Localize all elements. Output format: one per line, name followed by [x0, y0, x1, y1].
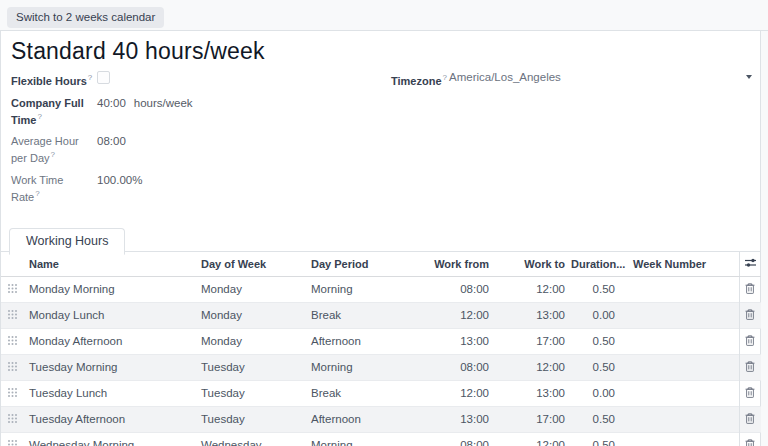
cell-day-of-week[interactable]: Monday [193, 328, 303, 354]
column-header-day-of-week[interactable]: Day of Week [193, 252, 303, 277]
cell-duration[interactable]: 0.50 [567, 354, 617, 380]
delete-row-button[interactable] [744, 360, 756, 373]
cell-week-number[interactable] [617, 432, 739, 446]
flexible-hours-label: Flexible Hours? [11, 71, 93, 88]
row-drag-handle[interactable] [1, 302, 21, 328]
cell-name[interactable]: Monday Afternoon [21, 328, 193, 354]
column-header-name[interactable]: Name [21, 252, 193, 277]
cell-day-of-week[interactable]: Monday [193, 276, 303, 302]
cell-duration[interactable]: 0.00 [567, 380, 617, 406]
field-average-hour-per-day: Average Hour per Day? 08:00 [1, 135, 381, 165]
trash-icon [744, 412, 756, 425]
table-row[interactable]: Monday LunchMondayBreak12:0013:000.00 [1, 302, 761, 328]
tab-working-hours[interactable]: Working Hours [9, 228, 125, 255]
cell-day-of-week[interactable]: Tuesday [193, 354, 303, 380]
cell-work-to[interactable]: 12:00 [491, 432, 567, 446]
table-row[interactable]: Monday MorningMondayMorning08:0012:000.5… [1, 276, 761, 302]
delete-row-button[interactable] [744, 282, 756, 295]
cell-work-from[interactable]: 08:00 [423, 432, 491, 446]
column-header-duration[interactable]: Duration... [567, 252, 617, 277]
cell-duration[interactable]: 0.50 [567, 276, 617, 302]
cell-day-period[interactable]: Afternoon [303, 328, 423, 354]
delete-row-button[interactable] [744, 308, 756, 321]
delete-row-button[interactable] [744, 412, 756, 425]
cell-week-number[interactable] [617, 406, 739, 432]
cell-work-to[interactable]: 17:00 [491, 406, 567, 432]
table-row[interactable]: Wednesday MorningWednesdayMorning08:0012… [1, 432, 761, 446]
cell-day-period[interactable]: Morning [303, 276, 423, 302]
chevron-down-icon[interactable] [746, 75, 752, 79]
column-header-week-number[interactable]: Week Number [617, 252, 739, 277]
drag-handle-icon [7, 439, 18, 446]
table-row[interactable]: Monday AfternoonMondayAfternoon13:0017:0… [1, 328, 761, 354]
cell-work-from[interactable]: 13:00 [423, 406, 491, 432]
trash-icon [744, 334, 756, 347]
cell-day-period[interactable]: Break [303, 380, 423, 406]
cell-name[interactable]: Tuesday Lunch [21, 380, 193, 406]
field-group: Flexible Hours? Company Full Time? 40:00… [1, 71, 760, 213]
cell-duration[interactable]: 0.00 [567, 302, 617, 328]
cell-work-from[interactable]: 13:00 [423, 328, 491, 354]
cell-day-of-week[interactable]: Monday [193, 302, 303, 328]
row-drag-handle[interactable] [1, 406, 21, 432]
cell-name[interactable]: Tuesday Afternoon [21, 406, 193, 432]
cell-name[interactable]: Wednesday Morning [21, 432, 193, 446]
cell-day-period[interactable]: Morning [303, 354, 423, 380]
cell-week-number[interactable] [617, 328, 739, 354]
cell-day-period[interactable]: Morning [303, 432, 423, 446]
cell-work-to[interactable]: 17:00 [491, 328, 567, 354]
column-header-work-from[interactable]: Work from [423, 252, 491, 277]
table-row[interactable]: Tuesday LunchTuesdayBreak12:0013:000.00 [1, 380, 761, 406]
delete-row-button[interactable] [744, 386, 756, 399]
delete-row-button[interactable] [744, 438, 756, 446]
cell-week-number[interactable] [617, 276, 739, 302]
cell-work-from[interactable]: 08:00 [423, 354, 491, 380]
delete-row-button[interactable] [744, 334, 756, 347]
cell-day-of-week[interactable]: Tuesday [193, 380, 303, 406]
field-company-full-time: Company Full Time? 40:00hours/week [1, 97, 381, 127]
average-hour-per-day-label: Average Hour per Day? [11, 135, 93, 165]
cell-day-period[interactable]: Afternoon [303, 406, 423, 432]
column-header-work-to[interactable]: Work to [491, 252, 567, 277]
column-header-day-period[interactable]: Day Period [303, 252, 423, 277]
cell-work-to[interactable]: 13:00 [491, 380, 567, 406]
row-drag-handle[interactable] [1, 328, 21, 354]
cell-name[interactable]: Tuesday Morning [21, 354, 193, 380]
cell-work-to[interactable]: 13:00 [491, 302, 567, 328]
row-drag-handle[interactable] [1, 276, 21, 302]
sliders-icon [744, 257, 757, 268]
trash-icon [744, 360, 756, 373]
cell-week-number[interactable] [617, 380, 739, 406]
cell-work-from[interactable]: 08:00 [423, 276, 491, 302]
flexible-hours-checkbox[interactable] [97, 71, 110, 84]
switch-two-weeks-button[interactable]: Switch to 2 weeks calendar [7, 7, 164, 28]
cell-work-to[interactable]: 12:00 [491, 354, 567, 380]
help-icon: ? [37, 112, 41, 121]
table-row[interactable]: Tuesday AfternoonTuesdayAfternoon13:0017… [1, 406, 761, 432]
company-full-time-input[interactable]: 40:00 [97, 97, 126, 109]
cell-work-from[interactable]: 12:00 [423, 302, 491, 328]
cell-day-of-week[interactable]: Tuesday [193, 406, 303, 432]
company-full-time-label: Company Full Time? [11, 97, 93, 127]
field-work-time-rate: Work Time Rate? 100.00% [1, 174, 381, 204]
notebook-tabs: Working Hours [1, 227, 760, 252]
cell-work-from[interactable]: 12:00 [423, 380, 491, 406]
cell-name[interactable]: Monday Morning [21, 276, 193, 302]
cell-work-to[interactable]: 12:00 [491, 276, 567, 302]
cell-duration[interactable]: 0.50 [567, 432, 617, 446]
cell-day-period[interactable]: Break [303, 302, 423, 328]
row-drag-handle[interactable] [1, 380, 21, 406]
trash-icon [744, 308, 756, 321]
timezone-select[interactable]: America/Los_Angeles [449, 71, 561, 84]
cell-week-number[interactable] [617, 302, 739, 328]
field-flexible-hours: Flexible Hours? [1, 71, 381, 88]
cell-duration[interactable]: 0.50 [567, 328, 617, 354]
table-row[interactable]: Tuesday MorningTuesdayMorning08:0012:000… [1, 354, 761, 380]
cell-duration[interactable]: 0.50 [567, 406, 617, 432]
cell-name[interactable]: Monday Lunch [21, 302, 193, 328]
cell-week-number[interactable] [617, 354, 739, 380]
optional-columns-button[interactable] [744, 257, 757, 268]
row-drag-handle[interactable] [1, 354, 21, 380]
row-drag-handle[interactable] [1, 432, 21, 446]
cell-day-of-week[interactable]: Wednesday [193, 432, 303, 446]
